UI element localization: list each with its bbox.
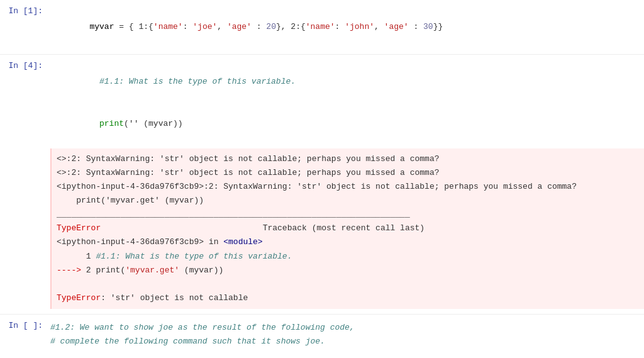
code-span: 'name': [153, 22, 183, 31]
code-line: #1.2: We want to show joe as the result …: [50, 321, 639, 335]
cell-in4: In [4]: #1.1: What is the type of this v…: [0, 55, 644, 315]
cell-label-4: In [4]:: [0, 60, 50, 146]
code-span: }}: [433, 22, 443, 31]
notebook: In [1]: myvar = { 1:{'name': 'joe', 'age…: [0, 0, 644, 358]
code-span: ,: [217, 22, 227, 31]
code-span: #1.1: What is the type of this variable.: [99, 77, 296, 86]
error-line: ________________________________________…: [57, 208, 639, 221]
code-span: 'joe': [192, 22, 217, 31]
code-span: :: [409, 22, 423, 31]
error-line: TypeError: 'str' object is not callable: [57, 291, 639, 305]
error-line: 1 #1.1: What is the type of this variabl…: [57, 250, 639, 264]
cell-label-b1: In [ ]:: [0, 320, 50, 358]
code-span: 'age': [227, 22, 252, 31]
code-line: #1.1: What is the type of this variable.: [50, 61, 639, 103]
cell-in1: In [1]: myvar = { 1:{'name': 'joe', 'age…: [0, 0, 644, 55]
code-span: ('' (myvar)): [124, 119, 183, 128]
error-line: [57, 277, 639, 291]
cell-content-1: myvar = { 1:{'name': 'joe', 'age' : 20},…: [50, 5, 644, 49]
error-line: TypeError Traceback (most recent call la…: [57, 221, 639, 235]
code-span: 'john': [345, 22, 374, 31]
code-span: :: [335, 22, 345, 31]
code-span: 30: [423, 22, 433, 31]
error-line: <>:2: SyntaxWarning: 'str' object is not…: [57, 166, 639, 180]
code-span: = { 1:{: [114, 22, 153, 31]
error-line: ----> 2 print('myvar.get' (myvar)): [57, 264, 639, 277]
code-line: # complete the following command such th…: [50, 335, 639, 349]
error-line: <>:2: SyntaxWarning: 'str' object is not…: [57, 152, 639, 166]
code-span: print: [99, 119, 124, 128]
code-span: }, 2:{: [276, 22, 306, 31]
cell-label-1: In [1]:: [0, 5, 50, 49]
code-line: print('' (myvar)): [50, 103, 639, 145]
code-span: :: [252, 22, 266, 31]
error-line: <ipython-input-4-36da976f3cb9>:2: Syntax…: [57, 180, 639, 194]
cell-output-error: <>:2: SyntaxWarning: 'str' object is not…: [50, 148, 644, 309]
error-line: print('myvar.get' (myvar)): [57, 194, 639, 208]
code-span: myvar: [89, 22, 114, 31]
error-line: <ipython-input-4-36da976f3cb9> in <modul…: [57, 235, 639, 249]
code-span: 20: [266, 22, 276, 31]
code-span: 'name': [306, 22, 335, 31]
code-span: :: [183, 22, 193, 31]
code-span: 'age': [384, 22, 409, 31]
cell-blank1: In [ ]: #1.2: We want to show joe as the…: [0, 315, 644, 358]
code-span: ,: [374, 22, 384, 31]
cell-content-b1: #1.2: We want to show joe as the result …: [50, 320, 644, 358]
code-line: myvar = { 1:{'name': 'joe', 'age' : 20},…: [50, 6, 639, 48]
code-line: print(myvar '?''?'): [50, 349, 639, 358]
cell-content-4: #1.1: What is the type of this variable.…: [50, 60, 644, 146]
